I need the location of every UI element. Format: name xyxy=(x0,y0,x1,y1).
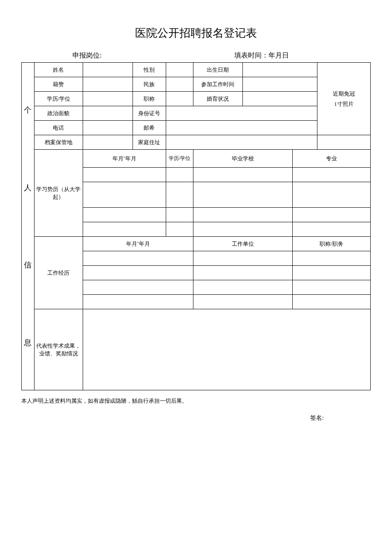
label-email: 邮希 xyxy=(133,121,166,135)
side-char-1: 个 xyxy=(22,102,34,118)
label-id: 身份证号 xyxy=(133,106,166,121)
input-name[interactable] xyxy=(83,63,133,77)
edu-row2-degree[interactable] xyxy=(166,182,193,208)
side-char-4: 息 xyxy=(22,335,34,350)
input-marriage[interactable] xyxy=(243,92,317,106)
edu-col-major: 专业 xyxy=(292,150,370,168)
side-char-2: 人 xyxy=(22,180,34,195)
label-title: 职称 xyxy=(133,92,166,106)
input-education[interactable] xyxy=(83,92,133,106)
position-label: 申报岗位: xyxy=(72,51,158,60)
photo-label-line2: 1寸照片 xyxy=(334,101,354,107)
label-gender: 性别 xyxy=(133,63,166,77)
label-address: 家庭住址 xyxy=(133,135,166,150)
work-col-employer: 工作单位 xyxy=(193,237,292,251)
photo-label-line1: 近期免冠 xyxy=(333,90,355,97)
input-id[interactable] xyxy=(166,106,317,121)
label-marriage: 婚育状况 xyxy=(193,92,243,106)
input-gender[interactable] xyxy=(166,63,193,77)
edu-row2-period[interactable] xyxy=(83,182,166,208)
edu-row4-major[interactable] xyxy=(292,222,370,237)
input-email[interactable] xyxy=(166,121,317,135)
input-archive[interactable] xyxy=(83,135,133,150)
label-name: 姓名 xyxy=(34,63,83,77)
label-ethnic: 民族 xyxy=(133,77,166,92)
label-achievements: 代表性学术成果，业馈、奖励情况 xyxy=(34,309,83,390)
work-row4-title[interactable] xyxy=(292,295,370,309)
edu-row4-period[interactable] xyxy=(83,222,166,237)
edu-row1-degree[interactable] xyxy=(166,168,193,182)
edu-row3-period[interactable] xyxy=(83,208,166,222)
work-row1-employer[interactable] xyxy=(193,251,292,266)
edu-row1-period[interactable] xyxy=(83,168,166,182)
work-col-period: 年月˜年月 xyxy=(83,237,193,251)
edu-row2-school[interactable] xyxy=(193,182,292,208)
work-row4-employer[interactable] xyxy=(193,295,292,309)
work-row2-employer[interactable] xyxy=(193,266,292,280)
edu-row1-major[interactable] xyxy=(292,168,370,182)
input-birth[interactable] xyxy=(243,63,317,77)
work-row4-period[interactable] xyxy=(83,295,193,309)
input-title[interactable] xyxy=(166,92,193,106)
input-achievements[interactable] xyxy=(83,309,371,390)
input-political[interactable] xyxy=(83,106,133,121)
input-ethnic[interactable] xyxy=(166,77,193,92)
side-char-3: 信 xyxy=(22,257,34,273)
signature-label: 签名: xyxy=(21,414,371,422)
work-row1-title[interactable] xyxy=(292,251,370,266)
label-work-history: 工作经历 xyxy=(34,237,83,309)
edu-col-school: 毕业学校 xyxy=(193,150,292,168)
fill-time-label: 填表时间：年月日 xyxy=(158,51,320,60)
work-row3-title[interactable] xyxy=(292,280,370,295)
edu-row3-degree[interactable] xyxy=(166,208,193,222)
edu-row2-major[interactable] xyxy=(292,182,370,208)
form-title: 医院公开招聘报名登记表 xyxy=(21,26,371,41)
edu-row4-degree[interactable] xyxy=(166,222,193,237)
work-row3-employer[interactable] xyxy=(193,280,292,295)
declaration-text: 本人声明上述资料均属实，如有虚报或隐陋，鯀自行承担一切后果。 xyxy=(21,397,371,406)
edu-col-period: 年月˜年月 xyxy=(83,150,166,168)
edu-col-degree: 学历/学位 xyxy=(166,150,193,168)
label-birth: 出生日期 xyxy=(193,63,243,77)
edu-row1-school[interactable] xyxy=(193,168,292,182)
label-archive: 档案保管地 xyxy=(34,135,83,150)
label-education: 学历/学位 xyxy=(34,92,83,106)
work-row2-period[interactable] xyxy=(83,266,193,280)
edu-row3-school[interactable] xyxy=(193,208,292,222)
side-label-personal-info: 个 人 信 息 xyxy=(22,63,35,390)
empty-cell-under-photo xyxy=(317,135,370,150)
label-native: 籍赞 xyxy=(34,77,83,92)
input-phone[interactable] xyxy=(83,121,133,135)
registration-table: 个 人 信 息 姓名 性别 出生日期 近期免冠 1寸照片 籍赞 民族 参加工作时… xyxy=(21,62,371,390)
work-row1-period[interactable] xyxy=(83,251,193,266)
input-work-start[interactable] xyxy=(243,77,317,92)
label-education-history: 学习势历（从大学起） xyxy=(34,150,83,237)
input-address[interactable] xyxy=(166,135,317,150)
header-row: 申报岗位: 填表时间：年月日 xyxy=(21,51,371,60)
work-row3-period[interactable] xyxy=(83,280,193,295)
label-work-start: 参加工作时间 xyxy=(193,77,243,92)
input-native[interactable] xyxy=(83,77,133,92)
photo-area[interactable]: 近期免冠 1寸照片 xyxy=(317,63,370,135)
edu-row4-school[interactable] xyxy=(193,222,292,237)
work-col-title: 职称/职务 xyxy=(292,237,370,251)
label-political: 政治面貌 xyxy=(34,106,83,121)
label-phone: 电话 xyxy=(34,121,83,135)
edu-row3-major[interactable] xyxy=(292,208,370,222)
work-row2-title[interactable] xyxy=(292,266,370,280)
